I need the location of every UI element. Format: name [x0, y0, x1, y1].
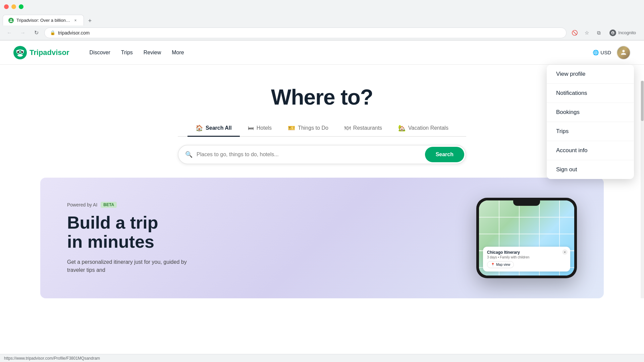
- things-to-do-label: Things to Do: [298, 125, 328, 131]
- browser-chrome: Tripadvisor: Over a billion revie... × +…: [0, 0, 644, 41]
- svg-point-1: [13, 46, 27, 59]
- dropdown-notifications[interactable]: Notifications: [547, 84, 634, 103]
- search-input[interactable]: [197, 152, 425, 158]
- scrollbar-thumb[interactable]: [641, 81, 644, 121]
- hotels-icon: 🛏: [248, 125, 254, 132]
- website-content: Tripadvisor Discover Trips Review More 🌐…: [0, 41, 644, 298]
- browser-toolbar: ← → ↻ 🔒 tripadvisor.com 🚫 ☆ ⧉ Incognito: [0, 25, 644, 40]
- restaurants-icon: 🍽: [344, 125, 351, 132]
- currency-label: USD: [600, 50, 611, 55]
- nav-review[interactable]: Review: [144, 50, 161, 56]
- dropdown-bookings[interactable]: Bookings: [547, 103, 634, 122]
- phone-notch: [513, 200, 540, 206]
- logo-owl-icon: [13, 46, 27, 59]
- incognito-icon: [609, 29, 616, 36]
- vacation-rentals-icon: 🏡: [398, 124, 406, 132]
- dropdown-trips[interactable]: Trips: [547, 122, 634, 141]
- incognito-button[interactable]: Incognito: [605, 28, 640, 38]
- search-all-label: Search All: [206, 125, 232, 131]
- incognito-label: Incognito: [618, 30, 636, 35]
- tab-restaurants[interactable]: 🍽 Restaurants: [336, 121, 390, 137]
- tab-things-to-do[interactable]: 🎫 Things to Do: [280, 120, 336, 137]
- phone-card-close-button[interactable]: ×: [562, 249, 568, 255]
- powered-by-label: Powered by AI: [67, 202, 97, 207]
- header-right: 🌐 USD: [593, 46, 631, 60]
- status-bar: https://www.tripadvisor.com/Profile/F380…: [0, 354, 644, 362]
- active-tab[interactable]: Tripadvisor: Over a billion revie... ×: [3, 15, 84, 25]
- back-button[interactable]: ←: [4, 27, 15, 38]
- svg-point-7: [17, 50, 18, 52]
- hotels-label: Hotels: [257, 125, 272, 131]
- ai-badges: Powered by AI BETA: [67, 202, 195, 208]
- logo-link[interactable]: Tripadvisor: [13, 46, 69, 59]
- map-view-icon: 📍: [491, 263, 495, 266]
- logo-text: Tripadvisor: [30, 48, 69, 57]
- address-bar[interactable]: 🔒 tripadvisor.com: [44, 27, 567, 38]
- phone-map-button[interactable]: 📍 Map view: [487, 261, 514, 268]
- dropdown-view-profile[interactable]: View profile: [547, 65, 634, 84]
- dropdown-account-info[interactable]: Account info: [547, 141, 634, 160]
- nav-more[interactable]: More: [172, 50, 184, 56]
- address-text: tripadvisor.com: [58, 30, 561, 36]
- scrollbar-track: [641, 81, 644, 298]
- phone-card-title: Chicago Itinerary: [487, 250, 566, 255]
- svg-point-6: [17, 54, 23, 57]
- address-security-icon: 🔒: [50, 30, 55, 35]
- search-tabs: 🏠 Search All 🛏 Hotels 🎫 Things to Do 🍽 R…: [178, 120, 466, 137]
- new-tab-button[interactable]: +: [85, 16, 95, 25]
- globe-icon: 🌐: [593, 50, 599, 56]
- phone-card-subtitle: 3 days • Family with children: [487, 255, 566, 259]
- beta-badge: BETA: [101, 202, 117, 208]
- search-bar-icon: 🔍: [185, 151, 193, 158]
- window-close-button[interactable]: [4, 4, 9, 9]
- user-avatar[interactable]: [616, 46, 631, 60]
- toolbar-right: 🚫 ☆ ⧉ Incognito: [569, 27, 640, 38]
- phone-inner: × Chicago Itinerary 3 days • Family with…: [479, 200, 574, 276]
- forward-button[interactable]: →: [17, 27, 28, 38]
- site-header: Tripadvisor Discover Trips Review More 🌐…: [0, 41, 644, 65]
- hero-title: Where to?: [13, 85, 631, 110]
- restaurants-label: Restaurants: [353, 125, 382, 131]
- search-bar: 🔍 Search: [178, 145, 466, 164]
- search-button[interactable]: Search: [425, 147, 464, 162]
- ai-description: Get a personalized itinerary just for yo…: [67, 258, 195, 274]
- ai-banner: Powered by AI BETA Build a trip in minut…: [40, 178, 604, 298]
- tab-vacation-rentals[interactable]: 🏡 Vacation Rentals: [390, 120, 457, 137]
- bookmark-button[interactable]: ☆: [581, 27, 592, 38]
- split-tab-button[interactable]: ⧉: [593, 27, 604, 38]
- tab-search-all[interactable]: 🏠 Search All: [187, 120, 240, 137]
- user-dropdown-menu: View profile Notifications Bookings Trip…: [547, 65, 634, 179]
- tab-title: Tripadvisor: Over a billion revie...: [16, 18, 70, 23]
- phone-mockup: × Chicago Itinerary 3 days • Family with…: [476, 198, 577, 278]
- nav-discover[interactable]: Discover: [90, 50, 110, 56]
- refresh-button[interactable]: ↻: [31, 27, 42, 38]
- no-image-icon-btn[interactable]: 🚫: [569, 27, 580, 38]
- tab-close-button[interactable]: ×: [73, 18, 78, 23]
- phone-card: × Chicago Itinerary 3 days • Family with…: [483, 247, 570, 272]
- window-minimize-button[interactable]: [11, 4, 16, 9]
- browser-titlebar: [0, 0, 644, 13]
- things-to-do-icon: 🎫: [288, 124, 295, 132]
- svg-point-8: [22, 50, 23, 52]
- window-controls: [4, 4, 23, 9]
- nav-trips[interactable]: Trips: [121, 50, 133, 56]
- dropdown-sign-out[interactable]: Sign out: [547, 160, 634, 179]
- currency-selector[interactable]: 🌐 USD: [593, 50, 611, 56]
- svg-point-0: [10, 19, 12, 20]
- tab-hotels[interactable]: 🛏 Hotels: [240, 121, 280, 137]
- vacation-rentals-label: Vacation Rentals: [408, 125, 448, 131]
- status-url: https://www.tripadvisor.com/Profile/F380…: [4, 356, 100, 361]
- window-maximize-button[interactable]: [19, 4, 23, 9]
- tab-favicon: [8, 18, 14, 23]
- search-all-icon: 🏠: [196, 124, 203, 132]
- ai-title: Build a trip in minutes: [67, 213, 195, 251]
- tab-bar: Tripadvisor: Over a billion revie... × +: [0, 13, 644, 25]
- ai-banner-left: Powered by AI BETA Build a trip in minut…: [67, 202, 195, 274]
- main-nav: Discover Trips Review More: [90, 50, 184, 56]
